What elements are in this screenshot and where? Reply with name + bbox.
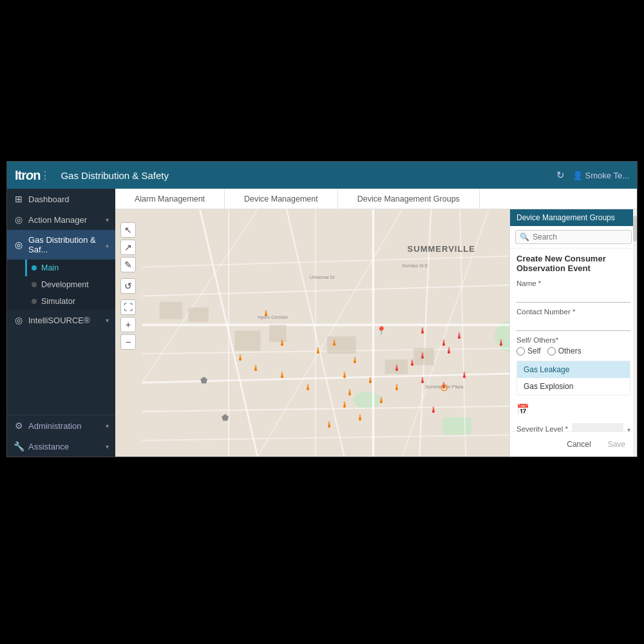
map-marker-gray[interactable]: ⬟ (200, 375, 207, 384)
app-window: Itron ⋮ Gas Distribution & Safety ↻ 👤 Sm… (6, 161, 638, 457)
sidebar: ⊞ Dashboard ◎ Action Manager ▾ ◎ Gas Dis… (7, 189, 115, 457)
event-type-dropdown[interactable]: Gas Leakage Gas Explosion (516, 361, 630, 395)
chevron-down-icon-intellisource: ▾ (106, 317, 109, 324)
map-marker-orange[interactable]: 🌡 (278, 338, 287, 348)
severity-label: Severity Level * (516, 425, 568, 431)
map-marker-orange[interactable]: 🌡 (325, 420, 334, 430)
tab-device-management-groups[interactable]: Device Management Groups (338, 189, 480, 209)
sidebar-item-development[interactable]: Development (25, 276, 115, 293)
sidebar-item-gas-distribution[interactable]: ◎ Gas Distribution & Saf... ▴ (7, 230, 115, 260)
map-marker-gray[interactable]: ⬟ (222, 412, 229, 422)
save-button[interactable]: Save (603, 437, 630, 451)
cursor-tool-button[interactable]: ↖ (120, 222, 136, 238)
sidebar-item-main[interactable]: Main (25, 260, 115, 276)
scroll-indicator (633, 209, 637, 457)
sidebar-item-intellisource[interactable]: ◎ IntelliSOURCE® ▾ (7, 310, 115, 330)
city-label: SUMMERVILLE (408, 244, 475, 254)
form-section: Create New Consumer Observation Event Na… (510, 249, 637, 431)
search-input[interactable] (533, 232, 627, 242)
map-marker-red[interactable]: 🌡 (419, 350, 427, 360)
tab-device-management[interactable]: Device Management (225, 189, 338, 209)
gas-distribution-icon: ◎ (14, 240, 24, 250)
map-marker-orange[interactable]: 🌡 (393, 383, 401, 392)
intellisource-icon: ◎ (14, 315, 24, 325)
self-radio[interactable] (516, 347, 525, 355)
app-body: ⊞ Dashboard ◎ Action Manager ▾ ◎ Gas Dis… (7, 189, 637, 457)
severity-row: Severity Level * ▾ (516, 423, 630, 431)
svg-rect-22 (188, 308, 208, 322)
map-marker-red[interactable]: 🌡 (455, 330, 464, 340)
tab-alarm-management[interactable]: Alarm Management (115, 189, 225, 209)
contact-field-group: Contact Number * (516, 308, 630, 331)
sidebar-item-action-manager[interactable]: ◎ Action Manager ▾ (7, 209, 115, 230)
sidebar-label-action-manager: Action Manager (28, 215, 101, 225)
sidebar-sub-menu: Main Development Simulator (7, 260, 115, 310)
map-marker-orange[interactable]: 🌡 (346, 388, 354, 397)
map-marker-orange[interactable]: 🌡 (356, 412, 365, 422)
self-radio-item[interactable]: Self (516, 346, 541, 355)
map-marker-orange[interactable]: 📍 (376, 326, 386, 336)
svg-rect-23 (234, 330, 260, 350)
panel-header: Device Management Groups (510, 209, 637, 226)
map-marker-orange[interactable]: 🌡 (314, 345, 323, 355)
sidebar-item-dashboard[interactable]: ⊞ Dashboard (7, 189, 115, 209)
map-marker-orange[interactable]: 🌡 (278, 370, 287, 380)
map-marker-orange[interactable]: 🌡 (351, 355, 359, 365)
others-radio-item[interactable]: Others (547, 346, 582, 355)
map-marker-orange[interactable]: 🌡 (304, 383, 312, 392)
sidebar-item-simulator[interactable]: Simulator (25, 293, 115, 310)
contact-input[interactable] (516, 317, 630, 331)
map-marker-orange[interactable]: 🌡 (236, 353, 245, 363)
map-marker-red[interactable]: 🌡 (445, 345, 453, 355)
sidebar-label-assistance: Assistance (28, 442, 101, 451)
map-area[interactable]: Summerville Plaza Hydro Corridor Univers… (115, 209, 637, 457)
map-marker-orange[interactable]: 🌡 (366, 375, 375, 384)
map-marker-red[interactable]: 🌡 (408, 358, 417, 368)
self-others-group: Self/ Others* Self Others (516, 336, 630, 355)
map-marker-orange[interactable]: 🌡 (330, 338, 339, 348)
others-radio[interactable] (547, 347, 556, 355)
date-group: 📅 (516, 401, 630, 418)
map-marker-circle[interactable]: ⊙ (440, 381, 448, 393)
cancel-button[interactable]: Cancel (562, 437, 596, 451)
event-option-gas-explosion[interactable]: Gas Explosion (517, 378, 630, 395)
calendar-icon[interactable]: 📅 (516, 401, 630, 418)
sidebar-bottom: ⚙ Administration ▾ 🔧 Assistance ▾ (7, 415, 115, 457)
zoom-out-button[interactable]: − (120, 334, 136, 350)
administration-icon: ⚙ (14, 421, 24, 431)
map-marker-red[interactable]: 🌡 (419, 375, 427, 384)
map-marker-red[interactable]: 🌡 (497, 338, 506, 348)
map-marker-orange[interactable]: 🌡 (252, 363, 260, 372)
event-option-gas-leakage[interactable]: Gas Leakage (517, 361, 630, 378)
sidebar-item-assistance[interactable]: 🔧 Assistance ▾ (7, 436, 115, 457)
select-tool-button[interactable]: ↗ (120, 240, 136, 255)
search-box[interactable]: 🔍 (515, 230, 632, 244)
chevron-down-icon-severity: ▾ (627, 426, 630, 431)
map-marker-red[interactable]: 🌡 (393, 363, 401, 372)
map-marker-orange[interactable]: 🌡 (262, 308, 270, 318)
map-marker-red[interactable]: 🌡 (419, 326, 427, 336)
chevron-up-icon: ▴ (106, 242, 109, 249)
user-info: 👤 Smoke Te... (573, 171, 629, 180)
draw-tool-button[interactable]: ✎ (120, 257, 136, 272)
map-marker-red[interactable]: 🌡 (430, 405, 438, 415)
sidebar-label-main: Main (41, 263, 109, 272)
sidebar-label-development: Development (41, 280, 109, 289)
panel-search: 🔍 (510, 226, 637, 249)
severity-select[interactable] (572, 423, 623, 431)
zoom-in-button[interactable]: + (120, 317, 136, 332)
search-icon: 🔍 (520, 232, 529, 242)
menu-dots-icon[interactable]: ⋮ (40, 169, 50, 182)
map-marker-orange[interactable]: 🌡 (377, 395, 386, 404)
panel-footer: Cancel Save (510, 431, 637, 457)
scroll-thumb (633, 216, 637, 242)
map-marker-orange[interactable]: 🌡 (341, 400, 349, 410)
name-input[interactable] (516, 289, 630, 303)
sidebar-item-administration[interactable]: ⚙ Administration ▾ (7, 415, 115, 436)
side-panel: Device Management Groups 🔍 Create New Co… (509, 209, 637, 457)
map-marker-orange[interactable]: 🌡 (341, 370, 349, 380)
fullscreen-button[interactable]: ⛶ (120, 299, 136, 315)
map-marker-red[interactable]: 🌡 (460, 370, 469, 380)
refresh-icon[interactable]: ↻ (556, 169, 565, 181)
refresh-map-button[interactable]: ↺ (120, 278, 136, 294)
